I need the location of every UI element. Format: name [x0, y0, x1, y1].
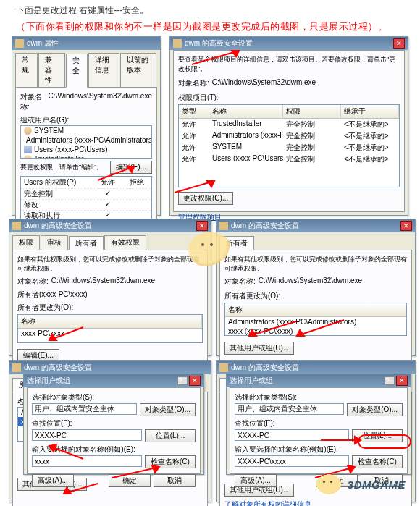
table-row: 允许TrustedInstaller完全控制<不是继承的> — [179, 119, 399, 130]
current-owner: 所有者(xxxx-PC\xxxx) — [17, 290, 203, 300]
owner-table[interactable]: 名称 xxxx-PC\xxxx — [17, 314, 203, 343]
learn-link[interactable]: 了解对象所有权的详细信息 — [224, 499, 407, 506]
user-icon — [24, 155, 32, 159]
change-perm-button[interactable]: 更改权限(C)... — [178, 192, 233, 205]
tab-details[interactable]: 详细信息 — [88, 53, 119, 87]
group-list[interactable]: SYSTEM Administrators (xxxx-PC\Administr… — [20, 125, 152, 159]
app-icon — [12, 222, 21, 230]
owner-pane: 如果有其他权限级别，您可以完成修改或删除子对象的全部现有可继承权限。 对象名称:… — [12, 250, 208, 361]
app-icon — [219, 222, 228, 230]
col-type: 类型 — [179, 105, 209, 118]
table-row: Administrators (xxxx-PC\Administrators) — [225, 317, 406, 326]
dialog-select-user-right: 选择用户或组 ? ✕ 选择此对象类型(S): 用户、组或内置安全主体 对象类型(… — [226, 374, 411, 475]
advanced-button[interactable]: 高级(A)... — [235, 474, 277, 487]
window-title: dwm 的高级安全设置 — [185, 38, 393, 49]
window-title: dwm 属性 — [27, 38, 157, 49]
tab-owner[interactable]: 所有者 — [69, 236, 104, 250]
edit-hint: 要更改权限，请单击"编辑"。 — [20, 163, 103, 172]
window-owner-left: dwm 的高级安全设置 ✕ 权限 审核 所有者 有效权限 如果有其他权限级别，您… — [9, 219, 211, 356]
object-path: C:\Windows\System32\dwm.exe — [49, 92, 152, 112]
tab-general[interactable]: 常规 — [15, 53, 38, 87]
check-name-button[interactable]: 检查名称(C) — [352, 455, 403, 468]
check-name-button[interactable]: 检查名称(C) — [145, 455, 196, 468]
window-properties: dwm 属性 常规 兼容性 安全 详细信息 以前的版本 对象名称: C:\Win… — [12, 36, 161, 216]
article-line2: （下面你看到的权限和你的不一样是因为截图是更改完成后的截图，只是展示过程）。 — [16, 20, 387, 33]
tab-eff[interactable]: 有效权限 — [104, 235, 146, 250]
object-label: 对象名称: — [20, 92, 46, 112]
table-row: 允许SYSTEM完全控制<不是继承的> — [179, 142, 399, 153]
window-title: dwm 的高级安全设置 — [231, 221, 400, 231]
app-icon — [15, 39, 24, 48]
owner-pane: 如果有其他权限级别，您可以完成修改或删除子对象的全部现有可继承权限。 对象名称:… — [219, 250, 412, 363]
perm-items-table[interactable]: 类型 名称 权限 继承于 允许TrustedInstaller完全控制<不是继承… — [178, 104, 400, 187]
close-icon[interactable]: ✕ — [400, 221, 412, 231]
cartoon-duck-icon — [314, 473, 343, 496]
list-item: Users (xxxx-PC\Users) — [21, 145, 151, 154]
object-type-field: 用户、组或内置安全主体 — [32, 403, 137, 415]
object-type-field: 用户、组或内置安全主体 — [235, 403, 344, 415]
cancel-button[interactable]: 取消 — [154, 474, 196, 487]
group-icon — [24, 146, 32, 153]
adv-pane: 要查看某个权限项目的详细信息，请双击该项目。若要修改权限，请单击"更改权限"。 … — [173, 50, 405, 212]
change-owner-label: 所有者更改为(O): — [224, 291, 407, 301]
location-field: XXXX-PC — [32, 429, 142, 441]
col-name: 名称 — [209, 105, 283, 118]
close-icon[interactable]: ✕ — [393, 38, 405, 49]
tab-prev[interactable]: 以前的版本 — [120, 53, 156, 87]
object-label: 对象名称: — [178, 78, 209, 88]
owner-table[interactable]: 名称 Administrators (xxxx-PC\Administrator… — [224, 303, 407, 336]
name-input[interactable]: XXXX-PC\xxxx — [235, 455, 349, 467]
help-icon[interactable]: ? — [385, 376, 395, 385]
close-icon[interactable]: ✕ — [396, 376, 408, 386]
list-item: TrustedInstaller — [21, 154, 151, 159]
col-allow: 允许 — [93, 177, 122, 188]
titlebar: 选择用户或组 ? ✕ — [24, 374, 203, 387]
tab-audit[interactable]: 审核 — [41, 235, 68, 250]
list-item: SYSTEM — [21, 126, 151, 135]
app-icon — [219, 363, 228, 372]
list-item: Administrators (xxxx-PC\Administrators) — [21, 135, 151, 145]
other-users-button[interactable]: 其他用户或组(U)... — [224, 342, 294, 355]
location-field: XXXX-PC — [235, 429, 349, 441]
titlebar: dwm 的高级安全设置 ✕ — [170, 37, 408, 50]
table-row: xxxx-PC\xxxx — [18, 329, 202, 338]
close-icon[interactable]: ✕ — [196, 221, 208, 231]
location-button[interactable]: 位置(L)... — [145, 429, 196, 442]
advanced-button[interactable]: 高级(A)... — [32, 474, 74, 487]
col-deny: 拒绝 — [122, 177, 151, 188]
col-perm: 权限 — [283, 105, 341, 118]
name-input[interactable]: xxxx — [32, 455, 142, 467]
ok-button[interactable]: 确定 — [109, 474, 151, 487]
table-row: 允许Administrators (xxxx-PC\Admi...完全控制<不是… — [179, 130, 399, 142]
window-advanced-security: dwm 的高级安全设置 ✕ 要查看某个权限项目的详细信息，请双击该项目。若要修改… — [169, 36, 408, 216]
titlebar: dwm 的高级安全设置 ✕ — [217, 219, 415, 232]
edit-button[interactable]: 编辑(E)... — [110, 161, 152, 174]
perm-header: Users 的权限(P) — [21, 177, 93, 188]
close-icon[interactable]: ✕ — [189, 376, 201, 386]
object-type-button[interactable]: 对象类型(O)... — [140, 403, 196, 416]
group-label: 组或用户名(G): — [20, 115, 152, 125]
highlight-circle — [358, 434, 411, 449]
tabs: 权限 审核 所有者 有效权限 — [9, 232, 211, 250]
watermark: 3DMGAME — [314, 473, 406, 496]
help-icon[interactable]: ? — [177, 376, 188, 385]
app-icon — [12, 363, 21, 372]
tab-perm[interactable]: 权限 — [12, 235, 40, 250]
window-title: dwm 的高级安全设置 — [24, 221, 196, 231]
owner-hint: 如果有其他权限级别，您可以完成修改或删除子对象的全部现有可继承权限。 — [17, 255, 203, 274]
tab-compat[interactable]: 兼容性 — [38, 53, 65, 87]
check-icon — [93, 189, 122, 199]
titlebar: dwm 的高级安全设置 ✕ — [9, 219, 211, 232]
article-line1: 下面是更改过程 右键属性---安全。 — [16, 4, 148, 17]
tabs: 常规 兼容性 安全 详细信息 以前的版本 — [12, 50, 160, 87]
tab-security[interactable]: 安全 — [66, 54, 88, 88]
perm-items-label: 权限项目(T): — [178, 93, 400, 103]
cartoon-duck-icon — [188, 232, 232, 268]
adv-hint: 要查看某个权限项目的详细信息，请双击该项目。若要修改权限，请单击"更改权限"。 — [178, 55, 400, 74]
object-type-button[interactable]: 对象类型(O)... — [347, 403, 403, 416]
change-owner-label: 所有者更改为(O): — [17, 303, 203, 313]
titlebar: dwm 属性 — [12, 37, 160, 50]
app-icon — [173, 39, 182, 48]
titlebar: 选择用户或组 ? ✕ — [227, 374, 411, 387]
security-pane: 对象名称: C:\Windows\System32\dwm.exe 组或用户名(… — [15, 87, 157, 240]
